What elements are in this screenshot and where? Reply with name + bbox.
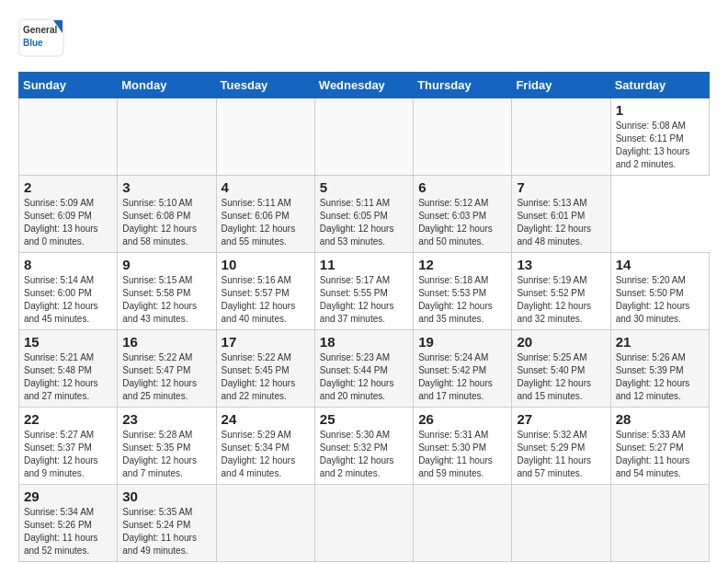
day-info: Sunrise: 5:21 AMSunset: 5:48 PMDaylight:… xyxy=(24,351,112,403)
calendar-cell: 5Sunrise: 5:11 AMSunset: 6:05 PMDaylight… xyxy=(314,176,413,253)
header-cell-saturday: Saturday xyxy=(610,73,709,98)
calendar-cell: 8Sunrise: 5:14 AMSunset: 6:00 PMDaylight… xyxy=(19,253,118,330)
calendar-cell: 13Sunrise: 5:19 AMSunset: 5:52 PMDayligh… xyxy=(512,253,610,330)
calendar-cell: 19Sunrise: 5:24 AMSunset: 5:42 PMDayligh… xyxy=(414,330,512,408)
day-number: 28 xyxy=(616,411,704,427)
day-info: Sunrise: 5:33 AMSunset: 5:27 PMDaylight:… xyxy=(616,429,704,480)
calendar-week-4: 15Sunrise: 5:21 AMSunset: 5:48 PMDayligh… xyxy=(19,330,710,408)
calendar-cell: 18Sunrise: 5:23 AMSunset: 5:44 PMDayligh… xyxy=(314,330,413,408)
day-number: 20 xyxy=(517,334,605,350)
header-cell-tuesday: Tuesday xyxy=(216,73,314,98)
day-info: Sunrise: 5:20 AMSunset: 5:50 PMDaylight:… xyxy=(616,274,704,326)
day-info: Sunrise: 5:30 AMSunset: 5:32 PMDaylight:… xyxy=(320,429,408,480)
calendar-cell: 20Sunrise: 5:25 AMSunset: 5:40 PMDayligh… xyxy=(512,330,610,408)
day-info: Sunrise: 5:26 AMSunset: 5:39 PMDaylight:… xyxy=(616,351,704,403)
day-number: 13 xyxy=(517,257,605,272)
day-number: 27 xyxy=(517,411,605,427)
calendar-week-3: 8Sunrise: 5:14 AMSunset: 6:00 PMDaylight… xyxy=(19,253,710,330)
day-info: Sunrise: 5:31 AMSunset: 5:30 PMDaylight:… xyxy=(418,429,506,480)
calendar-cell: 12Sunrise: 5:18 AMSunset: 5:53 PMDayligh… xyxy=(414,253,512,330)
calendar-cell: 10Sunrise: 5:16 AMSunset: 5:57 PMDayligh… xyxy=(216,253,314,330)
day-info: Sunrise: 5:25 AMSunset: 5:40 PMDaylight:… xyxy=(517,351,605,403)
calendar-cell xyxy=(216,98,314,176)
calendar-cell xyxy=(314,485,413,562)
calendar-cell: 22Sunrise: 5:27 AMSunset: 5:37 PMDayligh… xyxy=(19,408,118,485)
calendar-week-2: 2Sunrise: 5:09 AMSunset: 6:09 PMDaylight… xyxy=(19,176,710,253)
day-number: 21 xyxy=(616,334,704,350)
header-cell-monday: Monday xyxy=(118,73,216,98)
day-number: 12 xyxy=(418,257,506,272)
header-cell-wednesday: Wednesday xyxy=(314,73,413,98)
calendar-cell: 2Sunrise: 5:09 AMSunset: 6:09 PMDaylight… xyxy=(19,176,118,253)
day-number: 2 xyxy=(24,179,112,195)
header-cell-friday: Friday xyxy=(512,73,610,98)
day-info: Sunrise: 5:34 AMSunset: 5:26 PMDaylight:… xyxy=(24,506,112,557)
calendar-cell: 9Sunrise: 5:15 AMSunset: 5:58 PMDaylight… xyxy=(118,253,216,330)
day-number: 26 xyxy=(418,411,506,427)
day-number: 25 xyxy=(320,411,408,427)
day-info: Sunrise: 5:17 AMSunset: 5:55 PMDaylight:… xyxy=(320,274,408,326)
day-info: Sunrise: 5:35 AMSunset: 5:24 PMDaylight:… xyxy=(122,506,210,557)
day-info: Sunrise: 5:24 AMSunset: 5:42 PMDaylight:… xyxy=(418,351,506,403)
calendar-cell: 7Sunrise: 5:13 AMSunset: 6:01 PMDaylight… xyxy=(512,176,610,253)
day-number: 5 xyxy=(320,179,408,195)
calendar-cell: 6Sunrise: 5:12 AMSunset: 6:03 PMDaylight… xyxy=(414,176,512,253)
calendar-cell: 27Sunrise: 5:32 AMSunset: 5:29 PMDayligh… xyxy=(512,408,610,485)
svg-text:Blue: Blue xyxy=(23,38,43,48)
calendar-week-1: 1Sunrise: 5:08 AMSunset: 6:11 PMDaylight… xyxy=(19,98,710,176)
day-number: 17 xyxy=(222,334,310,350)
day-number: 11 xyxy=(320,257,408,272)
header-row: SundayMondayTuesdayWednesdayThursdayFrid… xyxy=(19,73,710,98)
day-info: Sunrise: 5:15 AMSunset: 5:58 PMDaylight:… xyxy=(122,274,210,326)
day-number: 1 xyxy=(616,102,704,118)
calendar-cell: 28Sunrise: 5:33 AMSunset: 5:27 PMDayligh… xyxy=(610,408,709,485)
calendar-cell xyxy=(414,485,512,562)
day-number: 24 xyxy=(222,411,310,427)
day-info: Sunrise: 5:22 AMSunset: 5:47 PMDaylight:… xyxy=(122,351,210,403)
day-info: Sunrise: 5:09 AMSunset: 6:09 PMDaylight:… xyxy=(24,197,112,248)
day-info: Sunrise: 5:11 AMSunset: 6:05 PMDaylight:… xyxy=(320,197,408,248)
calendar-cell xyxy=(19,98,118,176)
day-info: Sunrise: 5:22 AMSunset: 5:45 PMDaylight:… xyxy=(222,351,310,403)
header-cell-thursday: Thursday xyxy=(414,73,512,98)
calendar-cell xyxy=(512,485,610,562)
day-number: 10 xyxy=(222,257,310,272)
day-number: 29 xyxy=(24,488,112,504)
day-number: 16 xyxy=(122,334,210,350)
calendar-cell: 15Sunrise: 5:21 AMSunset: 5:48 PMDayligh… xyxy=(19,330,118,408)
calendar-week-6: 29Sunrise: 5:34 AMSunset: 5:26 PMDayligh… xyxy=(19,485,710,562)
day-info: Sunrise: 5:16 AMSunset: 5:57 PMDaylight:… xyxy=(222,274,310,326)
day-info: Sunrise: 5:32 AMSunset: 5:29 PMDaylight:… xyxy=(517,429,605,480)
calendar-cell: 11Sunrise: 5:17 AMSunset: 5:55 PMDayligh… xyxy=(314,253,413,330)
calendar-week-5: 22Sunrise: 5:27 AMSunset: 5:37 PMDayligh… xyxy=(19,408,710,485)
calendar-cell xyxy=(610,485,709,562)
day-number: 30 xyxy=(122,488,210,504)
calendar-cell: 17Sunrise: 5:22 AMSunset: 5:45 PMDayligh… xyxy=(216,330,314,408)
calendar-body: 1Sunrise: 5:08 AMSunset: 6:11 PMDaylight… xyxy=(19,98,710,562)
calendar-cell: 30Sunrise: 5:35 AMSunset: 5:24 PMDayligh… xyxy=(118,485,216,562)
day-info: Sunrise: 5:12 AMSunset: 6:03 PMDaylight:… xyxy=(418,197,506,248)
day-number: 8 xyxy=(24,257,112,272)
day-number: 18 xyxy=(320,334,408,350)
logo: General Blue xyxy=(18,18,64,57)
header-cell-sunday: Sunday xyxy=(19,73,118,98)
calendar-cell xyxy=(216,485,314,562)
calendar-cell xyxy=(414,98,512,176)
svg-text:General: General xyxy=(23,25,57,35)
calendar-table: SundayMondayTuesdayWednesdayThursdayFrid… xyxy=(18,72,710,562)
calendar-cell: 14Sunrise: 5:20 AMSunset: 5:50 PMDayligh… xyxy=(610,253,709,330)
day-info: Sunrise: 5:10 AMSunset: 6:08 PMDaylight:… xyxy=(122,197,210,248)
day-info: Sunrise: 5:18 AMSunset: 5:53 PMDaylight:… xyxy=(418,274,506,326)
calendar-cell xyxy=(118,98,216,176)
day-info: Sunrise: 5:28 AMSunset: 5:35 PMDaylight:… xyxy=(122,429,210,480)
page-header: General Blue xyxy=(18,18,710,57)
calendar-cell xyxy=(314,98,413,176)
calendar-cell: 24Sunrise: 5:29 AMSunset: 5:34 PMDayligh… xyxy=(216,408,314,485)
day-number: 19 xyxy=(418,334,506,350)
calendar-cell: 21Sunrise: 5:26 AMSunset: 5:39 PMDayligh… xyxy=(610,330,709,408)
calendar-header: SundayMondayTuesdayWednesdayThursdayFrid… xyxy=(19,73,710,98)
day-number: 15 xyxy=(24,334,112,350)
day-info: Sunrise: 5:14 AMSunset: 6:00 PMDaylight:… xyxy=(24,274,112,326)
day-number: 9 xyxy=(122,257,210,272)
calendar-cell: 23Sunrise: 5:28 AMSunset: 5:35 PMDayligh… xyxy=(118,408,216,485)
